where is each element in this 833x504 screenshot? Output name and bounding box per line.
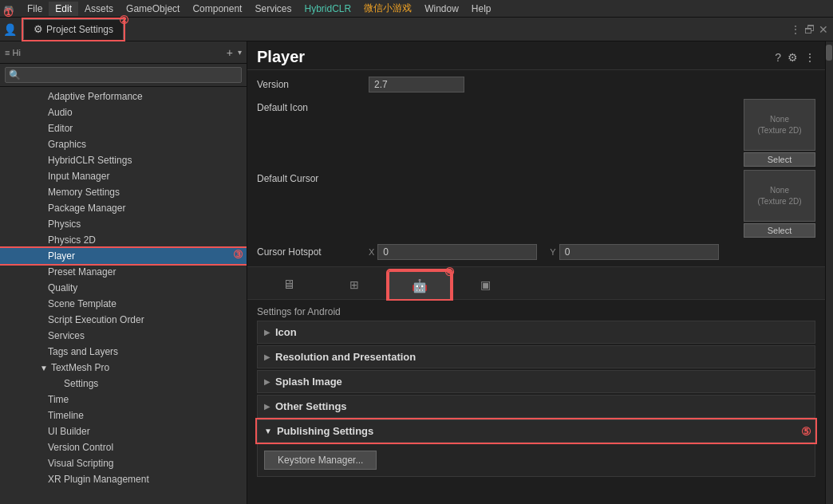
content-area: Player ? ⚙ ⋮ Version Default Icon N xyxy=(247,41,825,504)
sidebar-search-input[interactable] xyxy=(24,70,238,80)
sidebar-plus-btn[interactable]: + xyxy=(227,46,233,59)
help-icon[interactable]: ? xyxy=(775,51,781,64)
platform-tab-pc[interactable]: 🖥 xyxy=(257,270,321,299)
search-icon: 🔍 xyxy=(9,69,21,81)
section-splash-title: Splash Image xyxy=(275,376,342,388)
settings-for-label: Settings for Android xyxy=(257,300,815,321)
default-icon-texture: None(Texture 2D) xyxy=(744,99,815,151)
sidebar-item-scene-template[interactable]: Scene Template xyxy=(0,296,247,312)
section-other-arrow: ▶ xyxy=(264,402,270,411)
sidebar-item-physics[interactable]: Physics xyxy=(0,216,247,232)
menu-file[interactable]: File xyxy=(21,2,49,16)
sidebar-chevron-icon[interactable]: ▾ xyxy=(238,48,242,57)
content-header: Player ? ⚙ ⋮ xyxy=(247,41,825,70)
right-scrollbar[interactable] xyxy=(825,41,833,504)
sidebar-item-package-manager[interactable]: Package Manager xyxy=(0,200,247,216)
menu-wechat[interactable]: 微信小游戏 xyxy=(357,0,418,17)
section-other-title: Other Settings xyxy=(275,400,347,412)
pc-icon: 🖥 xyxy=(282,278,295,292)
sidebar-item-time[interactable]: Time xyxy=(0,392,247,408)
default-icon-box: None(Texture 2D) Select xyxy=(744,99,815,167)
sidebar-item-visual-scripting[interactable]: Visual Scripting xyxy=(0,455,247,471)
default-icon-texture-label: None(Texture 2D) xyxy=(757,114,801,136)
version-input[interactable] xyxy=(369,77,464,93)
default-cursor-select-btn[interactable]: Select xyxy=(744,223,815,238)
player-fields: Version Default Icon None(Texture 2D) Se… xyxy=(247,70,825,241)
section-splash[interactable]: ▶ Splash Image xyxy=(257,370,815,393)
section-publishing-arrow: ▼ xyxy=(264,427,272,435)
section-splash-arrow: ▶ xyxy=(264,377,270,386)
section-icon-arrow: ▶ xyxy=(264,328,270,337)
version-label: Version xyxy=(257,79,369,90)
menu-window[interactable]: Window xyxy=(418,2,465,16)
menu-edit[interactable]: Edit xyxy=(49,2,78,16)
more-icon[interactable]: ⋮ xyxy=(790,23,801,36)
section-publishing[interactable]: ▼ Publishing Settings ⑤ xyxy=(257,419,815,443)
hotspot-y-field: Y xyxy=(550,244,718,260)
menu-file[interactable]: 🎮 xyxy=(0,2,21,16)
keystore-manager-btn[interactable]: Keystore Manager... xyxy=(264,451,377,470)
main-layout: ≡ Hi + ▾ 🔍 Adaptive Performance Audio Ed… xyxy=(0,41,833,504)
close-icon[interactable]: ✕ xyxy=(819,23,828,36)
sidebar-item-tags-and-layers[interactable]: Tags and Layers xyxy=(0,344,247,360)
gear-icon: ⚙ xyxy=(34,23,43,35)
settings-icon[interactable]: ⚙ xyxy=(788,51,798,64)
hotspot-y-input[interactable] xyxy=(559,244,719,260)
sidebar-item-version-control[interactable]: Version Control xyxy=(0,439,247,455)
tab-project-settings[interactable]: ⚙ Project Settings ② xyxy=(23,19,124,40)
sidebar-item-textmesh-settings[interactable]: Settings xyxy=(0,376,247,392)
section-other-settings[interactable]: ▶ Other Settings xyxy=(257,395,815,418)
sidebar-item-textmesh-pro[interactable]: ▼ TextMesh Pro xyxy=(0,360,247,376)
sidebar-item-timeline[interactable]: Timeline xyxy=(0,408,247,423)
default-icon-label: Default Icon xyxy=(257,102,369,113)
menu-assets[interactable]: Assets xyxy=(78,2,120,16)
hotspot-y-label: Y xyxy=(550,247,555,257)
sidebar-item-graphics[interactable]: Graphics xyxy=(0,136,247,152)
sidebar-item-quality[interactable]: Quality xyxy=(0,280,247,296)
sidebar-item-script-execution-order[interactable]: Script Execution Order xyxy=(0,312,247,328)
default-icon-select-btn[interactable]: Select xyxy=(744,152,815,167)
menu-help[interactable]: Help xyxy=(465,2,498,16)
platform-tab-web[interactable]: ⊞ xyxy=(322,270,386,299)
content-toolbar: ? ⚙ ⋮ xyxy=(775,51,815,64)
sidebar-search-wrap: 🔍 xyxy=(5,67,242,83)
section-resolution-title: Resolution and Presentation xyxy=(275,351,416,363)
section-resolution-arrow: ▶ xyxy=(264,352,270,361)
sidebar-item-audio[interactable]: Audio xyxy=(0,104,247,120)
default-icon-row: Default Icon None(Texture 2D) Select xyxy=(257,99,815,167)
sidebar-item-physics-2d[interactable]: Physics 2D xyxy=(0,232,247,248)
tab-bar: 👤 ⚙ Project Settings ② ⋮ 🗗 ✕ xyxy=(0,18,833,41)
hotspot-x-input[interactable] xyxy=(377,244,537,260)
platform-tab-other[interactable]: ▣ xyxy=(453,270,517,299)
sidebar-item-adaptive-performance[interactable]: Adaptive Performance xyxy=(0,89,247,104)
menu-component[interactable]: Component xyxy=(186,2,248,16)
default-cursor-label: Default Cursor xyxy=(257,173,369,184)
platform-tabs: 🖥 ⊞ 🤖 ④ ▣ xyxy=(247,267,825,300)
hotspot-x-label: X xyxy=(369,247,374,257)
sidebar-item-preset-manager[interactable]: Preset Manager xyxy=(0,264,247,280)
section-resolution[interactable]: ▶ Resolution and Presentation xyxy=(257,345,815,368)
web-icon: ⊞ xyxy=(349,278,359,291)
sidebar-item-memory-settings[interactable]: Memory Settings xyxy=(0,184,247,200)
menu-services[interactable]: Services xyxy=(248,2,298,16)
more-options-icon[interactable]: ⋮ xyxy=(804,51,815,64)
sidebar-item-services[interactable]: Services xyxy=(0,328,247,344)
sidebar-item-editor[interactable]: Editor xyxy=(0,120,247,136)
section-icon[interactable]: ▶ Icon xyxy=(257,321,815,344)
default-cursor-texture: None(Texture 2D) xyxy=(744,170,815,222)
sidebar-hi-label: ≡ Hi xyxy=(5,48,21,57)
sidebar: ≡ Hi + ▾ 🔍 Adaptive Performance Audio Ed… xyxy=(0,41,247,504)
sidebar-item-player[interactable]: Player ③ xyxy=(0,248,247,264)
sidebar-item-input-manager[interactable]: Input Manager xyxy=(0,168,247,184)
platform-tab-android[interactable]: 🤖 ④ xyxy=(388,270,452,299)
restore-icon[interactable]: 🗗 xyxy=(804,23,815,36)
settings-body: Settings for Android ▶ Icon ▶ Resolution… xyxy=(247,300,825,504)
publishing-settings-body: Keystore Manager... xyxy=(257,444,815,477)
sidebar-item-hybridclr-settings[interactable]: HybridCLR Settings xyxy=(0,152,247,168)
sidebar-item-xr-plugin[interactable]: XR Plugin Management xyxy=(0,471,247,487)
menu-hybridclr[interactable]: HybridCLR xyxy=(298,2,357,16)
page-title: Player xyxy=(257,48,305,66)
default-cursor-row: Default Cursor None(Texture 2D) Select xyxy=(257,170,815,238)
sidebar-item-ui-builder[interactable]: UI Builder xyxy=(0,423,247,439)
menu-gameobject[interactable]: GameObject xyxy=(120,2,186,16)
